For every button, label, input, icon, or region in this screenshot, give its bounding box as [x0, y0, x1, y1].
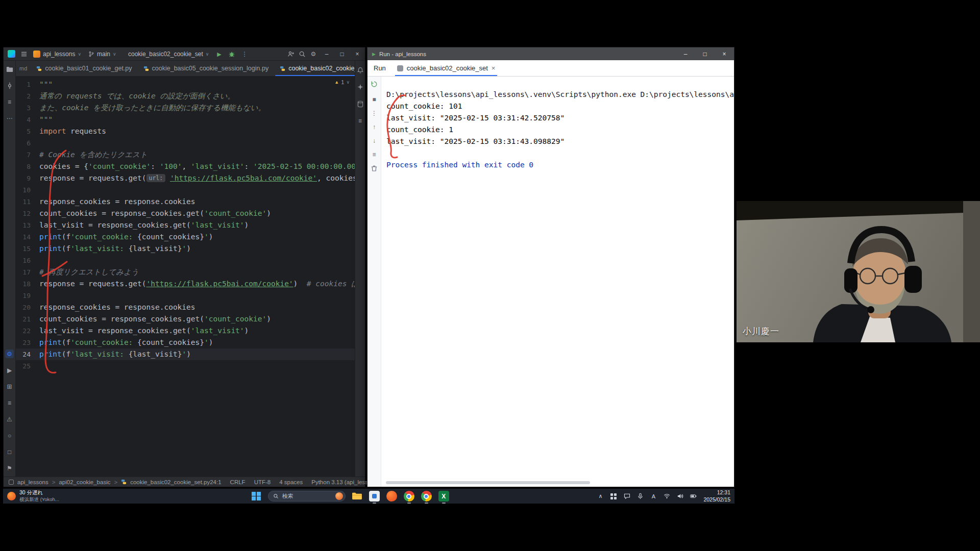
code-editor[interactable]: 1"""2通常の requests では、cookie の設定が面倒くさい。3ま… — [16, 77, 355, 477]
run-config-selector[interactable]: cookie_basic02_cookie_set ∨ — [125, 49, 212, 59]
taskbar-search[interactable]: 検索 — [268, 491, 346, 502]
pycharm-taskbar-button[interactable] — [369, 490, 380, 502]
search-everywhere-icon[interactable] — [297, 48, 308, 60]
excel-taskbar-button[interactable]: X — [438, 490, 450, 502]
chrome-taskbar-button-1[interactable] — [403, 490, 415, 502]
console-output[interactable]: D:\projects\lessons\api_lessons\.venv\Sc… — [381, 77, 734, 487]
minimize-button[interactable]: – — [676, 47, 695, 61]
code-line[interactable]: 2通常の requests では、cookie の設定が面倒くさい。 — [16, 90, 355, 102]
editor-tab-cookie-basic02[interactable]: cookie_basic02_cookie_set.py — [274, 61, 355, 76]
indent-style[interactable]: 4 spaces — [279, 479, 303, 485]
notifications-bell-icon[interactable] — [356, 66, 364, 74]
editor-tab-cookie-basic05[interactable]: cookie_basic05_cookie_session_login.py — [138, 61, 275, 76]
breadcrumb-item[interactable]: cookie_basic02_cookie_set.py — [130, 479, 210, 485]
run-button[interactable]: ▶ — [213, 48, 225, 60]
code-line[interactable]: 20response_cookies = response.cookies — [16, 302, 355, 313]
code-line[interactable]: 3また、cookie を受け取ったときに自動的に保存する機能もない。 — [16, 102, 355, 114]
widgets-grid-icon[interactable] — [609, 492, 618, 500]
chrome-taskbar-button-2[interactable] — [421, 490, 432, 502]
code-line[interactable]: 19 — [16, 290, 355, 302]
code-line[interactable]: 14print(f'count_cookie: {count_cookies}'… — [16, 231, 355, 243]
python-console-tool-icon[interactable]: ○ — [5, 431, 14, 440]
code-line[interactable]: 24print(f'last_visit: {last_visit}') — [16, 348, 355, 360]
next-occurrence-icon[interactable]: ↓ — [373, 137, 376, 144]
start-button[interactable] — [251, 490, 262, 502]
close-button[interactable]: × — [715, 47, 734, 61]
main-menu-icon[interactable] — [18, 48, 30, 60]
run-tool-icon[interactable]: ▶ — [5, 366, 14, 374]
code-line[interactable]: 11response_cookies = response.cookies — [16, 196, 355, 208]
speaker-icon[interactable] — [676, 492, 684, 500]
code-line[interactable]: 9response = requests.get(url: 'https://f… — [16, 172, 355, 184]
problems-tool-icon[interactable]: ⚠ — [5, 415, 14, 423]
settings-icon[interactable]: ⚙ — [308, 48, 319, 60]
code-line[interactable]: 8cookies = {'count_cookie': '100', 'last… — [16, 161, 355, 172]
code-line[interactable]: 10 — [16, 184, 355, 196]
code-line[interactable]: 21count_cookies = response_cookies.get('… — [16, 313, 355, 325]
microphone-icon[interactable] — [636, 492, 644, 500]
code-line[interactable]: 1""" — [16, 79, 355, 90]
code-line[interactable]: 16 — [16, 255, 355, 266]
rerun-button[interactable] — [371, 81, 378, 89]
stop-button[interactable]: ■ — [372, 96, 376, 103]
battery-icon[interactable] — [689, 492, 697, 500]
close-tab-icon[interactable]: × — [492, 64, 496, 72]
soft-wrap-icon[interactable]: ≡ — [372, 151, 376, 158]
run-tool-label[interactable]: Run — [374, 64, 386, 72]
bookmarks-tool-icon[interactable]: ⚑ — [5, 464, 14, 472]
code-line[interactable]: 22last_visit = response_cookies.get('las… — [16, 325, 355, 337]
editor-tab-cookie-basic01[interactable]: cookie_basic01_cookie_get.py — [31, 61, 137, 76]
debug-button[interactable] — [226, 48, 237, 60]
prev-occurrence-icon[interactable]: ↑ — [373, 123, 376, 131]
database-tool-icon[interactable] — [356, 99, 364, 108]
ai-assistant-icon[interactable] — [356, 83, 364, 91]
inspection-widget[interactable]: ▲ 1 ∨ — [334, 79, 350, 85]
more-tools-icon[interactable]: ⋯ — [5, 114, 14, 122]
libraries-tool-icon[interactable]: ≡ — [356, 116, 364, 125]
taskbar-widget[interactable]: 30 分遅れ 横浜新道 (Yokoh... — [7, 489, 107, 503]
breadcrumb-item[interactable]: api02_cookie_basic — [59, 479, 110, 485]
chat-icon[interactable] — [623, 492, 631, 500]
todo-tool-icon[interactable]: □ — [5, 447, 14, 456]
structure-tool-icon[interactable]: ≡ — [5, 97, 14, 106]
hscroll-thumb[interactable] — [386, 481, 590, 484]
taskbar-clock[interactable]: 12:31 2025/02/15 — [703, 489, 730, 503]
commit-tool-icon[interactable] — [5, 81, 14, 90]
services-tool-icon[interactable]: ⊞ — [5, 382, 14, 391]
run-tab[interactable]: cookie_basic02_cookie_set × — [395, 60, 498, 76]
console-options-icon[interactable]: ⋮ — [371, 110, 377, 117]
line-separator[interactable]: CRLF — [230, 479, 246, 485]
code-line[interactable]: 7# Cookie を含めたリクエスト — [16, 149, 355, 161]
code-line[interactable]: 4""" — [16, 114, 355, 126]
caret-position[interactable]: 24:1 — [210, 479, 221, 485]
browser-taskbar-button[interactable] — [386, 490, 398, 502]
file-encoding[interactable]: UTF-8 — [254, 479, 271, 485]
clear-console-icon[interactable] — [371, 165, 378, 173]
code-line[interactable]: 6 — [16, 137, 355, 149]
maximize-button[interactable]: □ — [695, 47, 715, 61]
code-line[interactable]: 23print(f'count_cookie: {count_cookies}'… — [16, 337, 355, 348]
maximize-button[interactable]: □ — [334, 47, 350, 61]
code-line[interactable]: 25 — [16, 360, 355, 372]
tray-overflow-icon[interactable]: ∧ — [596, 492, 604, 500]
code-line[interactable]: 12count_cookies = response_cookies.get('… — [16, 208, 355, 219]
wifi-icon[interactable] — [663, 492, 671, 500]
code-line[interactable]: 15print(f'last_visit: {last_visit}') — [16, 243, 355, 255]
ime-indicator[interactable]: A — [649, 492, 657, 500]
project-tool-icon[interactable] — [5, 65, 14, 73]
code-line[interactable]: 18response = requests.get('https://flask… — [16, 278, 355, 290]
minimize-button[interactable]: – — [319, 47, 334, 61]
code-line[interactable]: 17# 再度リクエストしてみよう — [16, 266, 355, 278]
settings-sync-tool-icon[interactable]: ⚙ — [5, 349, 14, 358]
code-line[interactable]: 13last_visit = response_cookies.get('las… — [16, 219, 355, 231]
file-explorer-button[interactable] — [351, 490, 363, 502]
close-button[interactable]: × — [350, 47, 365, 61]
vcs-branch-widget[interactable]: main ∨ — [85, 49, 120, 59]
code-with-me-icon[interactable] — [285, 48, 297, 60]
project-widget[interactable]: api_lessons ∨ — [30, 49, 85, 59]
code-line[interactable]: 5import requests — [16, 126, 355, 137]
more-actions-icon[interactable]: ⋮ — [239, 48, 250, 60]
terminal-tool-icon[interactable]: ≡ — [5, 398, 14, 407]
tool-label-md[interactable]: md — [16, 61, 31, 76]
breadcrumb-item[interactable]: api_lessons — [17, 479, 48, 485]
